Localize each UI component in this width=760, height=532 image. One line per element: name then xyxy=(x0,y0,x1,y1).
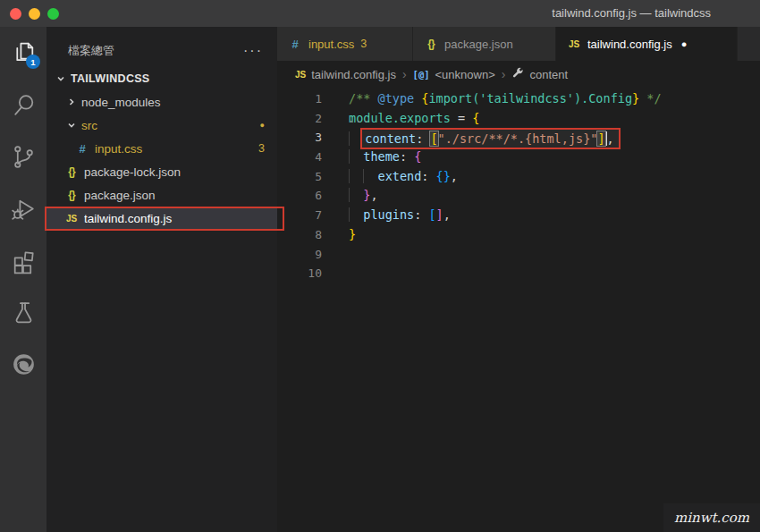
line-number: 4 xyxy=(277,148,322,167)
token-plain: = xyxy=(451,111,472,125)
json-file-icon: {} xyxy=(424,38,438,50)
maximize-window-button[interactable] xyxy=(47,8,59,20)
close-window-button[interactable] xyxy=(10,8,21,20)
line-content: } xyxy=(322,225,356,245)
token-plain: , xyxy=(370,188,377,202)
explorer-sidebar: 檔案總管 ··· TAILWINDCSSnode_modulessrc●#inp… xyxy=(46,27,277,532)
token-plain: : xyxy=(416,131,430,146)
token-b1: } xyxy=(632,91,639,106)
token-b2: ] xyxy=(436,207,443,222)
tree-item-node-modules[interactable]: node_modules xyxy=(46,90,277,114)
token-prop: extend xyxy=(378,169,422,183)
run-and-debug-icon[interactable] xyxy=(0,182,46,234)
line-number: 3 xyxy=(277,128,322,148)
token-plain: : xyxy=(400,149,414,164)
chevron-right-icon xyxy=(64,97,79,106)
breadcrumb-item-content[interactable]: content xyxy=(511,67,568,82)
token-b1: ] xyxy=(597,131,604,146)
code-editor[interactable]: ··· 1/** @type {import('tailwindcss').Co… xyxy=(277,88,760,532)
breadcrumb-item--unknown-[interactable]: [@]<unknown> xyxy=(413,68,495,81)
line-content: }, xyxy=(322,186,378,206)
breadcrumb-label: content xyxy=(529,68,568,81)
token-prop: theme xyxy=(363,149,400,164)
breadcrumb-separator: › xyxy=(502,67,506,81)
titlebar: tailwind.config.js — tailwindcss xyxy=(0,0,760,27)
line-number: 1 xyxy=(277,89,322,109)
code-line-9[interactable]: 9 xyxy=(277,245,760,265)
tree-item-input-css[interactable]: #input.css3 xyxy=(46,137,277,160)
css-file-icon: # xyxy=(288,38,302,51)
search-icon[interactable] xyxy=(0,79,46,131)
tab-tailwind-config-js[interactable]: JStailwind.config.js● xyxy=(556,27,738,61)
tab-bar: #input.css3{}package.jsonJStailwind.conf… xyxy=(277,27,760,61)
unsaved-dot-icon[interactable]: ● xyxy=(681,38,688,49)
testing-icon[interactable] xyxy=(0,286,46,338)
tree-item-package-json[interactable]: {}package.json xyxy=(46,183,277,207)
code-line-3[interactable]: 3 content: ["./src/**/*.{html,js}"], xyxy=(277,128,760,148)
tree-item-label: input.css xyxy=(95,142,251,156)
line-content: content: ["./src/**/*.{html,js}"], xyxy=(322,128,621,148)
token-plain: : xyxy=(414,207,428,222)
token-doctag: @type xyxy=(378,91,422,106)
token-b3: [ xyxy=(428,207,435,222)
tree-item-package-lock-json[interactable]: {}package-lock.json xyxy=(46,160,277,183)
token-guide xyxy=(349,149,363,164)
sidebar-title: 檔案總管 xyxy=(68,43,243,59)
editor-area: #input.css3{}package.jsonJStailwind.conf… xyxy=(277,27,760,532)
tab-input-css[interactable]: #input.css3 xyxy=(277,27,413,61)
chevron-down-icon xyxy=(64,121,79,130)
code-line-7[interactable]: 7 plugins: [], xyxy=(277,206,760,225)
token-plain: , xyxy=(443,207,451,222)
tree-item-label: tailwind.config.js xyxy=(84,212,265,225)
token-guide xyxy=(363,169,377,183)
tab-package-json[interactable]: {}package.json xyxy=(413,27,556,61)
edge-browser-icon[interactable] xyxy=(0,338,46,390)
code-line-4[interactable]: 4 theme: { xyxy=(277,148,760,167)
token-plain: , xyxy=(451,169,458,183)
symbol-icon: [@] xyxy=(413,69,430,80)
tree-item-tailwindcss[interactable]: TAILWINDCSS xyxy=(46,67,277,90)
js-file-icon: JS xyxy=(295,70,306,80)
code-line-1[interactable]: 1/** @type {import('tailwindcss').Config… xyxy=(277,89,760,109)
line-content: plugins: [], xyxy=(322,206,451,225)
token-prop: content xyxy=(365,131,416,146)
breadcrumb-separator: › xyxy=(402,67,407,81)
token-comment: /** xyxy=(349,91,378,106)
explorer-icon[interactable]: 1 xyxy=(0,27,46,79)
code-line-5[interactable]: 5 extend: {}, xyxy=(277,167,760,187)
js-file-icon: JS xyxy=(567,39,581,49)
tree-item-label: package-lock.json xyxy=(84,165,265,179)
minimize-window-button[interactable] xyxy=(29,8,40,20)
vscode-window: tailwind.config.js — tailwindcss 1 檔案總管 … xyxy=(0,0,760,532)
breadcrumb-item-tailwind-config-js[interactable]: JStailwind.config.js xyxy=(295,68,396,81)
fold-hint: ··· xyxy=(348,118,370,125)
json-file-icon: {} xyxy=(64,165,79,178)
tree-item-label: node_modules xyxy=(81,96,265,109)
line-content xyxy=(322,245,349,265)
token-b1: } xyxy=(349,227,356,241)
token-guide xyxy=(349,169,363,183)
line-content: /** @type {import('tailwindcss').Config}… xyxy=(322,89,662,109)
code-line-8[interactable]: 8} xyxy=(277,225,760,245)
pending-changes-badge: 1 xyxy=(26,55,40,69)
line-number: 9 xyxy=(277,245,322,265)
line-number: 8 xyxy=(277,225,322,245)
breadcrumb-label: <unknown> xyxy=(435,68,495,81)
token-b3: {} xyxy=(436,169,451,183)
source-control-icon[interactable] xyxy=(0,131,46,182)
code-line-6[interactable]: 6 }, xyxy=(277,186,760,206)
wrench-icon xyxy=(511,67,524,82)
line-content: extend: {}, xyxy=(322,167,458,187)
tree-item-label: package.json xyxy=(84,189,265,202)
breadcrumb-label: tailwind.config.js xyxy=(311,68,396,81)
chevron-down-icon xyxy=(54,74,68,83)
token-guide xyxy=(349,207,363,222)
problems-count-badge: 3 xyxy=(258,142,265,155)
more-actions-icon[interactable]: ··· xyxy=(243,47,263,55)
token-string: "./src/**/*.{html,js}" xyxy=(438,131,598,146)
extensions-icon[interactable] xyxy=(0,234,46,286)
tree-item-src[interactable]: src● xyxy=(46,114,277,137)
tree-item-tailwind-config-js[interactable]: JStailwind.config.js xyxy=(46,207,277,230)
token-guide xyxy=(349,188,363,202)
code-line-10[interactable]: 10 xyxy=(277,264,760,283)
